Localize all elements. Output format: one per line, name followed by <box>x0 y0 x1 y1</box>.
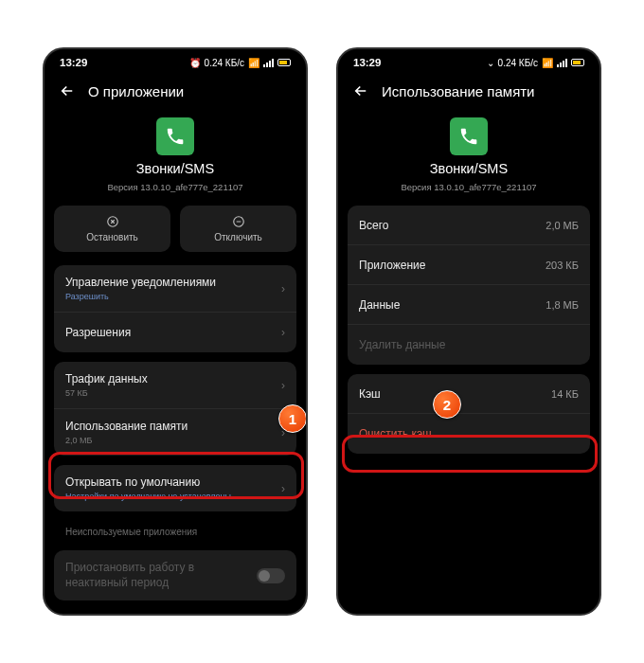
app-header: Звонки/SMS Версия 13.0.10_afe777e_221107 <box>45 117 306 206</box>
row-label: Приложение <box>359 259 425 272</box>
row-value: 203 КБ <box>546 260 579 271</box>
page-title: О приложении <box>88 83 184 99</box>
row-inactive: Приостановить работу в неактивный период <box>54 550 296 600</box>
status-time: 13:29 <box>60 57 87 68</box>
action-buttons: Остановить Отключить <box>45 206 306 265</box>
row-label: Удалить данные <box>359 338 445 351</box>
page-title: Использование памяти <box>382 83 535 99</box>
card-cache: Кэш 14 КБ Очистить кэш <box>348 374 590 454</box>
row-clear-cache[interactable]: Очистить кэш <box>348 414 590 454</box>
row-app: Приложение 203 КБ <box>348 245 590 285</box>
row-sub: 2,0 МБ <box>65 436 188 445</box>
row-label: Данные <box>359 298 400 312</box>
row-sub: Разрешить <box>65 292 216 301</box>
phone-icon <box>165 126 186 147</box>
content: Управление уведомлениями Разрешить › Раз… <box>45 265 306 600</box>
bt-icon: ⌄ <box>487 58 494 68</box>
screen: 13:29 ⏰ 0.24 КБ/с 📶 О приложении Звонки/… <box>45 49 306 614</box>
screen: 13:29 ⌄ 0.24 КБ/с 📶 Использование памяти… <box>338 49 599 614</box>
phone-icon <box>458 126 479 147</box>
status-icons: ⏰ 0.24 КБ/с 📶 <box>189 58 291 68</box>
row-memory[interactable]: Использование памяти 2,0 МБ › <box>54 409 296 456</box>
row-value: 1,8 МБ <box>546 299 579 311</box>
net-speed: 0.24 КБ/с <box>205 58 244 68</box>
chevron-right-icon: › <box>281 379 285 392</box>
disable-label: Отключить <box>214 232 262 242</box>
row-sub: Настройки по умолчанию не установлены <box>65 492 231 501</box>
wifi-icon: 📶 <box>542 58 553 68</box>
chevron-right-icon: › <box>281 282 285 296</box>
disable-icon <box>232 215 245 228</box>
row-label: Управление уведомлениями <box>65 276 216 289</box>
app-icon <box>156 117 194 155</box>
step-badge-2: 2 <box>433 390 461 419</box>
row-label: Приостановить работу в неактивный период <box>65 561 236 590</box>
back-button[interactable] <box>351 81 370 100</box>
battery-icon <box>277 59 291 66</box>
net-speed: 0.24 КБ/с <box>498 58 538 68</box>
disable-button[interactable]: Отключить <box>180 206 296 252</box>
row-label: Трафик данных <box>65 372 148 385</box>
back-button[interactable] <box>58 81 77 100</box>
card-notifications: Управление уведомлениями Разрешить › Раз… <box>54 265 296 352</box>
status-icons: ⌄ 0.24 КБ/с 📶 <box>487 58 584 68</box>
card-default: Открывать по умолчанию Настройки по умол… <box>54 465 296 511</box>
battery-icon <box>571 59 584 66</box>
statusbar: 13:29 ⌄ 0.24 КБ/с 📶 <box>338 49 599 72</box>
row-label: Открывать по умолчанию <box>65 475 231 489</box>
row-traffic[interactable]: Трафик данных 57 КБ › <box>54 362 296 409</box>
step-badge-1: 1 <box>278 404 307 433</box>
row-label: Всего <box>359 219 388 232</box>
row-notifications[interactable]: Управление уведомлениями Разрешить › <box>54 265 296 313</box>
app-version: Версия 13.0.10_afe777e_221107 <box>401 182 536 192</box>
app-version: Версия 13.0.10_afe777e_221107 <box>107 182 242 192</box>
row-default[interactable]: Открывать по умолчанию Настройки по умол… <box>54 465 296 511</box>
card-storage: Всего 2,0 МБ Приложение 203 КБ Данные 1,… <box>348 206 590 365</box>
row-delete-data: Удалить данные <box>348 325 590 365</box>
stop-icon-x <box>106 215 119 228</box>
toggle-inactive[interactable] <box>257 568 285 583</box>
stop-label: Остановить <box>86 232 138 242</box>
status-time: 13:29 <box>353 57 381 68</box>
row-label: Разрешения <box>65 326 131 339</box>
row-label: Использование памяти <box>65 420 188 433</box>
statusbar: 13:29 ⏰ 0.24 КБ/с 📶 <box>45 49 306 72</box>
row-label: Очистить кэш <box>359 427 432 440</box>
content: Всего 2,0 МБ Приложение 203 КБ Данные 1,… <box>338 206 599 454</box>
row-data: Данные 1,8 МБ <box>348 285 590 325</box>
row-total: Всего 2,0 МБ <box>348 206 590 245</box>
app-name: Звонки/SMS <box>430 161 508 176</box>
phone-screenshot-2: 13:29 ⌄ 0.24 КБ/с 📶 Использование памяти… <box>336 47 601 616</box>
signal-icon <box>557 59 567 67</box>
row-sub: 57 КБ <box>65 388 148 398</box>
phone-screenshot-1: 13:29 ⏰ 0.24 КБ/с 📶 О приложении Звонки/… <box>43 47 308 616</box>
row-label: Кэш <box>359 387 381 401</box>
row-value: 14 КБ <box>551 388 579 400</box>
chevron-right-icon: › <box>281 326 285 339</box>
app-name: Звонки/SMS <box>136 161 214 176</box>
card-inactive: Приостановить работу в неактивный период <box>54 550 296 600</box>
card-usage: Трафик данных 57 КБ › Использование памя… <box>54 362 296 456</box>
app-icon <box>450 117 488 155</box>
section-unused-label: Неиспользуемые приложения <box>54 521 296 541</box>
wifi-icon: 📶 <box>248 58 259 68</box>
row-permissions[interactable]: Разрешения › <box>54 313 296 352</box>
chevron-right-icon: › <box>281 482 285 495</box>
titlebar: О приложении <box>45 72 306 117</box>
signal-icon <box>263 59 274 67</box>
app-header: Звонки/SMS Версия 13.0.10_afe777e_221107 <box>338 117 599 206</box>
row-value: 2,0 МБ <box>546 220 579 231</box>
back-arrow-icon <box>352 82 369 99</box>
stop-button[interactable]: Остановить <box>54 206 170 252</box>
alarm-icon: ⏰ <box>189 58 201 68</box>
titlebar: Использование памяти <box>338 72 599 117</box>
row-cache: Кэш 14 КБ <box>348 374 590 414</box>
back-arrow-icon <box>59 82 76 99</box>
